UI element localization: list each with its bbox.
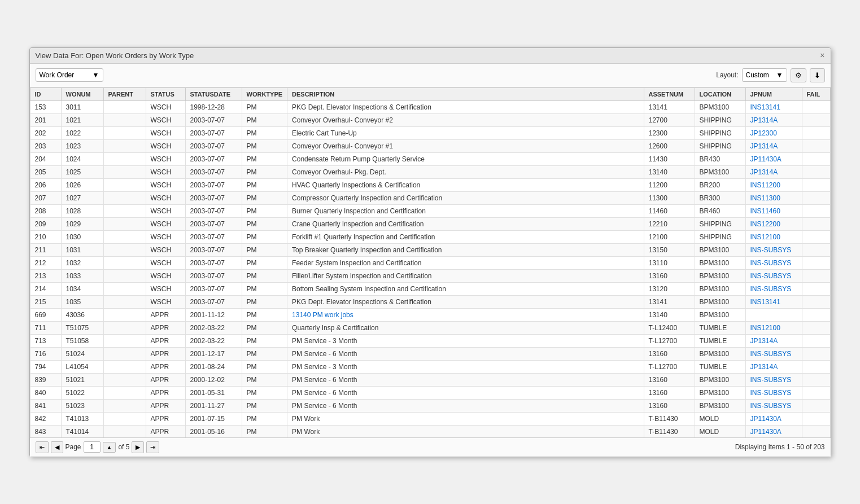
col-header-status[interactable]: STATUS — [146, 87, 185, 100]
close-button[interactable]: × — [820, 51, 824, 59]
cell-jpnum[interactable]: INS-SUBSYS — [745, 256, 802, 269]
cell-jpnum[interactable]: JP1314A — [745, 113, 802, 126]
cell-description: Conveyor Overhaul- Conveyor #1 — [287, 139, 644, 152]
cell-jpnum[interactable]: INS-SUBSYS — [745, 282, 802, 295]
cell-status: WSCH — [146, 139, 185, 152]
cell-description: Conveyor Overhaul- Conveyor #2 — [287, 113, 644, 126]
table-row[interactable]: 2151035WSCH2003-07-07PMPKG Dept. Elevato… — [30, 295, 830, 308]
cell-jpnum[interactable]: INS-SUBSYS — [745, 386, 802, 399]
table-row[interactable]: 2091029WSCH2003-07-07PMCrane Quarterly I… — [30, 217, 830, 230]
table-body: 1533011WSCH1998-12-28PMPKG Dept. Elevato… — [30, 100, 830, 437]
cell-description[interactable]: 13140 PM work jobs — [287, 308, 644, 321]
cell-jpnum[interactable]: INS11460 — [745, 204, 802, 217]
cell-fail — [802, 373, 830, 386]
download-button[interactable]: ⬇ — [810, 68, 825, 82]
cell-fail — [802, 308, 830, 321]
cell-assetnum: 13160 — [644, 373, 695, 386]
col-header-location[interactable]: LOCATION — [695, 87, 745, 100]
table-row[interactable]: 2031023WSCH2003-07-07PMConveyor Overhaul… — [30, 139, 830, 152]
cell-jpnum[interactable]: JP1314A — [745, 360, 802, 373]
cell-statusdate: 2003-07-07 — [185, 269, 242, 282]
cell-id: 205 — [30, 165, 61, 178]
table-row[interactable]: 84151023APPR2001-11-27PMPM Service - 6 M… — [30, 399, 830, 412]
col-header-assetnum[interactable]: ASSETNUM — [644, 87, 695, 100]
table-row[interactable]: 66943036APPR2001-11-12PM13140 PM work jo… — [30, 308, 830, 321]
table-row[interactable]: 71651024APPR2001-12-17PMPM Service - 6 M… — [30, 347, 830, 360]
table-row[interactable]: 83951021APPR2000-12-02PMPM Service - 6 M… — [30, 373, 830, 386]
cell-jpnum[interactable]: JP11430A — [745, 425, 802, 437]
table-row[interactable]: 2121032WSCH2003-07-07PMFeeder System Ins… — [30, 256, 830, 269]
cell-parent — [103, 373, 146, 386]
col-header-parent[interactable]: PARENT — [103, 87, 146, 100]
cell-jpnum[interactable]: JP1314A — [745, 165, 802, 178]
layout-dropdown[interactable]: Custom ▼ — [742, 68, 787, 82]
table-row[interactable]: 794L41054APPR2001-08-24PMPM Service - 3 … — [30, 360, 830, 373]
cell-jpnum[interactable]: INS12200 — [745, 217, 802, 230]
cell-jpnum[interactable]: JP1314A — [745, 334, 802, 347]
cell-wonum: 1025 — [61, 165, 103, 178]
prev-page-button[interactable]: ◀ — [51, 441, 63, 453]
table-row[interactable]: 2141034WSCH2003-07-07PMBottom Sealing Sy… — [30, 282, 830, 295]
cell-worktype: PM — [242, 100, 287, 113]
col-header-fail[interactable]: FAIL — [802, 87, 830, 100]
cell-jpnum[interactable]: INS11300 — [745, 191, 802, 204]
cell-parent — [103, 321, 146, 334]
col-header-id[interactable]: ID — [30, 87, 61, 100]
table-row[interactable]: 2111031WSCH2003-07-07PMTop Breaker Quart… — [30, 243, 830, 256]
cell-jpnum[interactable]: INS12100 — [745, 321, 802, 334]
page-up-button[interactable]: ▲ — [103, 442, 116, 453]
col-header-description[interactable]: DESCRIPTION — [287, 87, 644, 100]
table-row[interactable]: 711T51075APPR2002-03-22PMQuarterly Insp … — [30, 321, 830, 334]
table-scroll[interactable]: ID WONUM PARENT STATUS STATUSDATE WORKTY… — [30, 87, 831, 437]
cell-location: BR460 — [695, 204, 745, 217]
table-row[interactable]: 2101030WSCH2003-07-07PMForklift #1 Quart… — [30, 230, 830, 243]
cell-assetnum: 12100 — [644, 230, 695, 243]
page-number-input[interactable] — [84, 441, 101, 453]
cell-location: BR430 — [695, 152, 745, 165]
cell-jpnum[interactable]: JP12300 — [745, 126, 802, 139]
cell-jpnum[interactable]: INS-SUBSYS — [745, 243, 802, 256]
table-row[interactable]: 713T51058APPR2002-03-22PMPM Service - 3 … — [30, 334, 830, 347]
table-row[interactable]: 2041024WSCH2003-07-07PMCondensate Return… — [30, 152, 830, 165]
cell-jpnum[interactable]: JP1314A — [745, 139, 802, 152]
cell-jpnum[interactable]: INS-SUBSYS — [745, 347, 802, 360]
cell-location: BPM3100 — [695, 269, 745, 282]
settings-button[interactable]: ⚙ — [791, 68, 806, 82]
cell-wonum: 51024 — [61, 347, 103, 360]
table-row[interactable]: 2081028WSCH2003-07-07PMBurner Quarterly … — [30, 204, 830, 217]
cell-jpnum[interactable]: JP11430A — [745, 152, 802, 165]
col-header-jpnum[interactable]: JPNUM — [745, 87, 802, 100]
table-row[interactable]: 2021022WSCH2003-07-07PMElectric Cart Tun… — [30, 126, 830, 139]
next-page-button[interactable]: ▶ — [132, 441, 144, 453]
cell-jpnum[interactable]: JP11430A — [745, 412, 802, 425]
table-row[interactable]: 2011021WSCH2003-07-07PMConveyor Overhaul… — [30, 113, 830, 126]
cell-status: WSCH — [146, 100, 185, 113]
cell-jpnum[interactable]: INS13141 — [745, 100, 802, 113]
table-row[interactable]: 2131033WSCH2003-07-07PMFiller/Lifter Sys… — [30, 269, 830, 282]
cell-wonum: 1033 — [61, 269, 103, 282]
col-header-statusdate[interactable]: STATUSDATE — [185, 87, 242, 100]
table-row[interactable]: 1533011WSCH1998-12-28PMPKG Dept. Elevato… — [30, 100, 830, 113]
cell-id: 214 — [30, 282, 61, 295]
table-row[interactable]: 2051025WSCH2003-07-07PMConveyor Overhaul… — [30, 165, 830, 178]
cell-jpnum[interactable]: INS11200 — [745, 178, 802, 191]
table-row[interactable]: 2071027WSCH2003-07-07PMCompressor Quarte… — [30, 191, 830, 204]
last-page-button[interactable]: ⇥ — [146, 441, 159, 453]
cell-jpnum[interactable]: INS-SUBSYS — [745, 399, 802, 412]
table-row[interactable]: 2061026WSCH2003-07-07PMHVAC Quarterly In… — [30, 178, 830, 191]
table-row[interactable]: 842T41013APPR2001-07-15PMPM WorkT-B11430… — [30, 412, 830, 425]
cell-description: PM Work — [287, 425, 644, 437]
cell-jpnum[interactable]: INS12100 — [745, 230, 802, 243]
table-row[interactable]: 843T41014APPR2001-05-16PMPM WorkT-B11430… — [30, 425, 830, 437]
table-row[interactable]: 84051022APPR2001-05-31PMPM Service - 6 M… — [30, 386, 830, 399]
first-page-button[interactable]: ⇤ — [36, 441, 49, 453]
cell-jpnum[interactable]: INS-SUBSYS — [745, 373, 802, 386]
cell-jpnum[interactable]: INS13141 — [745, 295, 802, 308]
cell-id: 202 — [30, 126, 61, 139]
col-header-wonum[interactable]: WONUM — [61, 87, 103, 100]
cell-jpnum[interactable]: INS-SUBSYS — [745, 269, 802, 282]
cell-assetnum: 13150 — [644, 243, 695, 256]
cell-id: 207 — [30, 191, 61, 204]
work-order-dropdown[interactable]: Work Order ▼ — [36, 68, 103, 82]
col-header-worktype[interactable]: WORKTYPE — [242, 87, 287, 100]
